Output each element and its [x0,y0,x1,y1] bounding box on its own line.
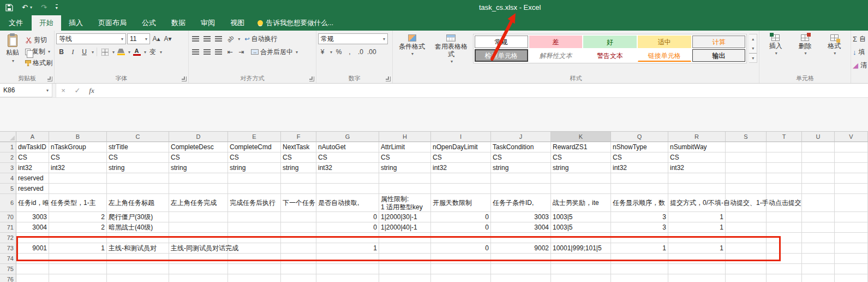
cell-R72[interactable] [668,233,726,243]
name-box-dropdown-icon[interactable]: ▾ [46,88,49,93]
cell-G6[interactable]: 是否自动接取, [316,194,379,212]
select-all-corner[interactable] [0,132,16,142]
cell-K2[interactable]: CS [551,152,611,163]
cell-Q2[interactable]: CS [611,152,668,163]
cell-I73[interactable]: 0 [431,243,491,254]
column-header-K[interactable]: K [551,132,611,142]
underline-button[interactable]: U [79,46,89,57]
cell-D6[interactable]: 左上角任务完成 [169,194,228,212]
column-header-J[interactable]: J [491,132,551,142]
conditional-formatting-button[interactable]: 条件格式 ▾ [394,32,429,56]
enter-button[interactable]: ✓ [70,84,85,97]
cell-V70[interactable] [835,212,868,222]
cell-J4[interactable] [491,173,551,184]
row-header-74[interactable]: 74 [0,254,16,264]
column-header-H[interactable]: H [379,132,431,142]
cell-Q5[interactable] [611,184,668,194]
cell-J74[interactable] [491,254,551,264]
clipboard-dialog-launcher[interactable] [47,77,52,81]
number-format-dropdown-icon[interactable]: ▾ [383,37,385,42]
cell-I71[interactable]: 0 [431,222,491,233]
cell-A1[interactable]: dwTaskID [16,142,49,152]
row-header-5[interactable]: 5 [0,184,16,194]
cell-E76[interactable] [228,274,281,282]
cell-B72[interactable] [49,233,107,243]
cell-E3[interactable]: string [228,163,281,173]
cell-B73[interactable]: 1 [49,243,107,254]
cell-U70[interactable] [802,212,835,222]
cell-S73[interactable] [726,243,767,254]
clear-button[interactable]: ◢清 [853,58,866,72]
cell-U6[interactable] [802,194,835,212]
cell-A73[interactable]: 9001 [16,243,49,254]
cell-I1[interactable]: nOpenDayLimit [431,142,491,152]
copy-dropdown-icon[interactable]: ▾ [48,49,50,54]
style-neutral[interactable]: 适中 [638,36,691,48]
cell-Q3[interactable]: int32 [611,163,668,173]
style-explanatory-text[interactable]: 解释性文本 [529,49,583,62]
increase-indent-button[interactable]: ⇥ [236,46,247,57]
orientation-dropdown-icon[interactable]: ▾ [238,37,240,42]
cell-C5[interactable] [107,184,169,194]
cell-B71[interactable]: 2 [49,222,107,233]
cell-T3[interactable] [767,163,802,173]
cell-K73[interactable]: 10001|999;101|5 [551,243,611,254]
cell-V6[interactable] [835,194,868,212]
cell-B6[interactable]: 任务类型，1-主 [49,194,107,212]
delete-cells-dropdown-icon[interactable]: ▾ [804,51,806,56]
italic-button[interactable]: I [68,46,78,57]
fill-color-dropdown-icon[interactable]: ▾ [128,50,130,55]
row-header-3[interactable]: 3 [0,163,16,173]
cell-I75[interactable] [431,264,491,274]
bold-button[interactable]: B [56,46,67,57]
cell-I76[interactable] [431,274,491,282]
cell-Q75[interactable] [611,264,668,274]
cell-H76[interactable] [379,274,431,282]
number-format-select[interactable]: 常规 ▾ [318,33,388,44]
cell-U75[interactable] [802,264,835,274]
cell-D1[interactable]: CompleteDesc [169,142,228,152]
style-warning-text[interactable]: 警告文本 [583,49,637,62]
insert-cells-dropdown-icon[interactable]: ▾ [775,51,777,56]
tab-page-layout[interactable]: 页面布局 [91,15,134,31]
cell-C6[interactable]: 左上角任务标题 [107,194,169,212]
name-box[interactable]: K86 ▾ [0,84,52,97]
cell-H4[interactable] [379,173,431,184]
cell-S74[interactable] [726,254,767,264]
cell-G75[interactable] [316,264,379,274]
cell-Q1[interactable]: nShowType [611,142,668,152]
cell-K5[interactable] [551,184,611,194]
cell-E4[interactable] [228,173,281,184]
column-header-G[interactable]: G [316,132,379,142]
cell-A5[interactable]: reserved [16,184,49,194]
align-top-button[interactable] [190,33,201,44]
cell-B2[interactable]: CS [49,152,107,163]
cell-E75[interactable] [228,264,281,274]
cell-J2[interactable]: CS [491,152,551,163]
cell-I74[interactable] [431,254,491,264]
row-header-71[interactable]: 71 [0,222,16,233]
cell-F74[interactable] [281,254,316,264]
cell-T74[interactable] [767,254,802,264]
column-header-T[interactable]: T [767,132,802,142]
cell-S71[interactable] [726,222,767,233]
cell-R3[interactable]: int32 [668,163,726,173]
cell-J71[interactable]: 3004 [491,222,551,233]
cell-V4[interactable] [835,173,868,184]
undo-dropdown-icon[interactable]: ▾ [30,0,32,15]
align-middle-button[interactable] [202,33,212,44]
cell-I2[interactable]: CS [431,152,491,163]
undo-button[interactable]: ↶▾ [22,0,32,15]
cell-G1[interactable]: nAutoGet [316,142,379,152]
cell-U5[interactable] [802,184,835,194]
cell-J76[interactable] [491,274,551,282]
column-header-S[interactable]: S [726,132,767,142]
decrease-font-size-button[interactable]: A▾ [163,33,173,44]
percent-style-button[interactable]: % [334,48,343,56]
cancel-button[interactable]: × [56,84,70,97]
cell-F1[interactable]: NextTask [281,142,316,152]
cell-S72[interactable] [726,233,767,243]
cell-B1[interactable]: nTaskGroup [49,142,107,152]
paste-dropdown-icon[interactable]: ▾ [12,58,14,63]
cell-H75[interactable] [379,264,431,274]
